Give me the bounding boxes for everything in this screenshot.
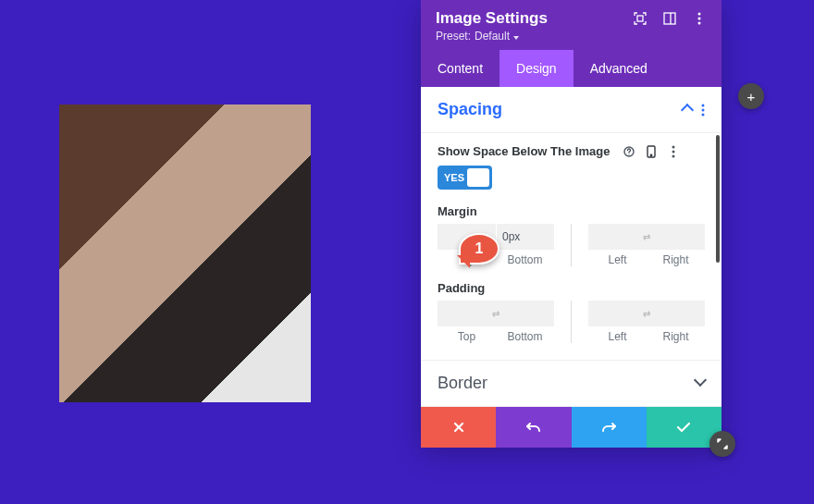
svg-point-5	[698, 22, 701, 25]
add-button[interactable]: +	[738, 83, 764, 109]
section-kebab-icon[interactable]	[701, 104, 705, 117]
cancel-button[interactable]	[421, 407, 496, 448]
padding-inputs: ⇄ Top Bottom ⇄ Left	[438, 301, 705, 343]
svg-point-3	[698, 13, 701, 16]
padding-label: Padding	[438, 281, 705, 295]
svg-point-6	[702, 104, 705, 106]
svg-point-7	[702, 108, 705, 111]
settings-panel: Image Settings Preset: Default Content D…	[421, 0, 722, 448]
padding-top-input[interactable]	[438, 301, 496, 326]
margin-left-input[interactable]	[588, 224, 647, 250]
svg-point-14	[672, 150, 675, 153]
section-border-header[interactable]: Border	[421, 360, 722, 407]
svg-rect-0	[637, 16, 643, 21]
chevron-down-icon	[696, 375, 705, 392]
section-border-title: Border	[438, 374, 696, 393]
label-top: Top	[438, 330, 496, 343]
svg-rect-1	[664, 13, 675, 24]
label-right: Right	[647, 330, 705, 343]
label-right: Right	[647, 253, 705, 266]
show-space-toggle[interactable]: YES	[438, 166, 492, 190]
annotation-number: 1	[475, 240, 484, 257]
section-spacing-header[interactable]: Spacing	[421, 87, 722, 133]
section-spacing-title: Spacing	[438, 100, 683, 119]
preset-value: Default	[475, 30, 510, 43]
scrollbar[interactable]	[716, 135, 720, 263]
svg-point-4	[698, 18, 701, 20]
padding-right-input[interactable]	[647, 301, 705, 326]
padding-left-input[interactable]	[588, 301, 647, 326]
undo-button[interactable]	[496, 407, 571, 448]
preset-label: Preset:	[436, 30, 471, 43]
margin-right-input[interactable]	[647, 224, 705, 250]
content-image	[59, 104, 311, 402]
redo-button[interactable]	[572, 407, 647, 448]
tab-content[interactable]: Content	[421, 50, 500, 87]
help-icon[interactable]	[623, 145, 635, 158]
divider	[571, 301, 572, 343]
panel-title: Image Settings	[436, 9, 633, 28]
annotation-step-1: 1	[459, 233, 500, 264]
panel-header: Image Settings Preset: Default	[421, 0, 722, 50]
svg-point-13	[672, 145, 675, 148]
svg-point-12	[651, 154, 652, 155]
label-bottom: Bottom	[496, 330, 554, 343]
margin-label: Margin	[438, 204, 705, 218]
preset-selector[interactable]: Preset: Default	[436, 30, 707, 43]
chevron-up-icon	[683, 102, 692, 118]
panel-layout-icon[interactable]	[662, 11, 677, 26]
resize-handle[interactable]	[709, 431, 735, 457]
tab-design[interactable]: Design	[500, 50, 574, 87]
label-left: Left	[588, 253, 647, 266]
caret-down-icon	[513, 30, 519, 43]
show-space-label: Show Space Below The Image	[438, 144, 610, 158]
toggle-on-label: YES	[444, 172, 464, 183]
svg-point-8	[702, 113, 705, 116]
phone-icon[interactable]	[645, 145, 658, 158]
field-kebab-icon[interactable]	[667, 145, 680, 158]
panel-footer	[421, 407, 722, 448]
expand-icon[interactable]	[633, 11, 648, 26]
divider	[571, 224, 572, 266]
tab-advanced[interactable]: Advanced	[574, 50, 664, 87]
toggle-knob	[467, 168, 489, 187]
tabs: Content Design Advanced	[421, 50, 722, 87]
svg-point-15	[672, 154, 675, 157]
svg-point-10	[629, 154, 630, 154]
kebab-menu-icon[interactable]	[692, 11, 707, 26]
label-left: Left	[588, 330, 647, 343]
label-bottom: Bottom	[496, 253, 554, 266]
margin-bottom-input[interactable]	[496, 224, 554, 250]
padding-bottom-input[interactable]	[496, 301, 554, 326]
